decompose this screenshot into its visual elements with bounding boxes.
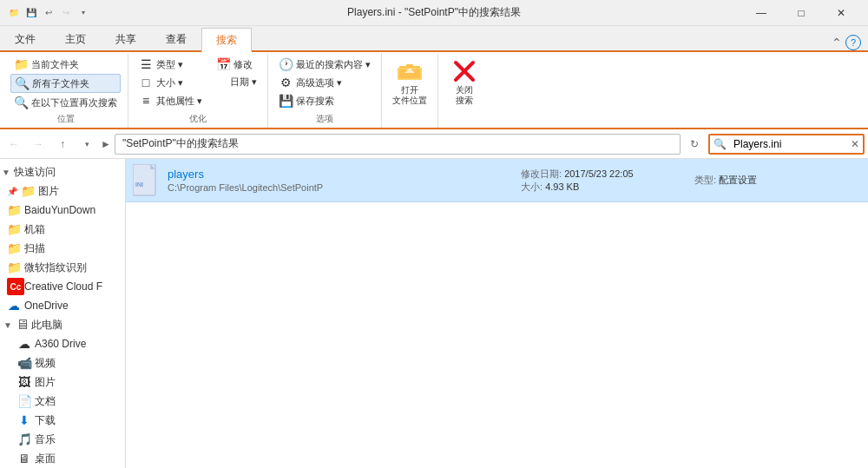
minimize-button[interactable]: — — [741, 0, 781, 26]
sidebar-item-pictures-label: 图片 — [38, 184, 59, 199]
type-button[interactable]: ☰ 类型 ▾ — [135, 56, 206, 73]
undo-icon: ↩ — [42, 6, 56, 20]
other-props-label: 其他属性 ▾ — [156, 95, 202, 108]
sidebar-item-docs[interactable]: 📄 文档 — [0, 392, 125, 411]
sidebar-item-video[interactable]: 📹 视频 — [0, 353, 125, 372]
redo-icon: ↪ — [59, 6, 73, 20]
close-search-button[interactable]: 关闭搜索 — [447, 56, 482, 108]
file-date-players: 修改日期: 2017/5/23 22:05 大小: 4.93 KB — [521, 168, 694, 194]
tab-home[interactable]: 主页 — [50, 28, 101, 50]
sidebar-item-pictures[interactable]: 📌 📁 图片 — [0, 181, 125, 201]
date-button[interactable]: 📅 修改 — [213, 56, 260, 73]
pin-icon: 📌 — [7, 187, 17, 196]
search-input[interactable] — [730, 138, 847, 150]
close-search-label: 关闭搜索 — [456, 85, 473, 106]
sidebar-item-fingerprint[interactable]: 📁 微软指纹识别 — [0, 258, 125, 277]
recent-search-icon: 🕐 — [279, 57, 293, 71]
ribbon-group-open: 打开文件位置 — [382, 54, 438, 128]
sidebar-item-onedrive[interactable]: ☁ OneDrive — [0, 296, 125, 315]
file-row-players[interactable]: INI players C:\Program Files\Logitech\Se… — [126, 159, 868, 202]
sidebar-quick-access-header[interactable]: ▼ 快速访问 — [0, 162, 125, 181]
music-icon: 🎵 — [17, 432, 31, 446]
forward-button[interactable]: → — [28, 134, 49, 155]
sidebar-item-chassis-label: 机箱 — [24, 222, 45, 237]
sidebar-item-creativecloud-label: Creative Cloud F — [24, 280, 102, 293]
close-button[interactable]: ✕ — [821, 0, 861, 26]
search-box[interactable]: 🔍 ✕ — [708, 134, 865, 155]
sidebar-item-video-label: 视频 — [35, 356, 56, 371]
sidebar-quick-access-label: 快速访问 — [14, 165, 56, 180]
current-folder-icon: 📁 — [14, 57, 28, 71]
ribbon-group-location-buttons: 📁 当前文件夹 🔍 所有子文件夹 🔍 在以下位置再次搜索 — [10, 56, 121, 111]
current-folder-button[interactable]: 📁 当前文件夹 — [10, 56, 121, 73]
close-search-icon — [450, 57, 478, 85]
sidebar-item-docs-label: 文档 — [35, 394, 56, 409]
address-text: "SetPointP"中的搜索结果 — [122, 136, 239, 151]
save-search-button[interactable]: 💾 保存搜索 — [275, 92, 374, 109]
ribbon-group-optimize-buttons: ☰ 类型 ▾ □ 大小 ▾ ≡ 其他属性 ▾ 📅 修改 日期 ▾ — [135, 56, 260, 111]
file-type-players: 类型: 配置设置 — [694, 174, 868, 187]
search-again-icon: 🔍 — [14, 96, 28, 109]
tab-file[interactable]: 文件 — [0, 28, 50, 50]
recent-search-label: 最近的搜索内容 ▾ — [296, 58, 371, 71]
ribbon-group-location: 📁 当前文件夹 🔍 所有子文件夹 🔍 在以下位置再次搜索 位置 — [3, 54, 128, 128]
ribbon-group-close: 关闭搜索 — [438, 54, 490, 128]
title-bar: 📁 💾 ↩ ↪ ▾ Players.ini - "SetPointP"中的搜索结… — [0, 0, 868, 26]
clear-search-icon[interactable]: ✕ — [847, 138, 863, 150]
address-path[interactable]: "SetPointP"中的搜索结果 — [115, 134, 681, 155]
a360-icon: ☁ — [17, 337, 31, 351]
ribbon-group-options-label: 选项 — [316, 113, 333, 128]
file-icon-players: INI — [126, 164, 168, 197]
refresh-button[interactable]: ↻ — [684, 134, 705, 155]
sidebar-item-scan[interactable]: 📁 扫描 — [0, 239, 125, 258]
sidebar-item-chassis[interactable]: 📁 机箱 — [0, 220, 125, 239]
back-button[interactable]: ← — [3, 134, 24, 155]
downloads-icon: ⬇ — [17, 413, 31, 427]
main-content: ▼ 快速访问 📌 📁 图片 📁 BaiduYunDown 📁 机箱 📁 扫描 📁… — [0, 159, 868, 468]
sidebar-item-baiduyun[interactable]: 📁 BaiduYunDown — [0, 201, 125, 220]
size-button[interactable]: □ 大小 ▾ — [135, 74, 206, 91]
recent-search-button[interactable]: 🕐 最近的搜索内容 ▾ — [275, 56, 374, 73]
file-type-meta: 类型: 配置设置 — [694, 174, 868, 187]
sidebar-item-downloads-label: 下载 — [35, 413, 56, 428]
sidebar-item-desktop-label: 桌面 — [35, 452, 56, 466]
open-location-button[interactable]: 打开文件位置 — [389, 56, 431, 108]
thispc-icon: 🖥 — [16, 317, 30, 333]
folder-icon-3: 📁 — [7, 222, 21, 236]
video-icon: 📹 — [17, 356, 31, 370]
ribbon-group-optimize: ☰ 类型 ▾ □ 大小 ▾ ≡ 其他属性 ▾ 📅 修改 日期 ▾ — [128, 54, 268, 128]
maximize-button[interactable]: □ — [781, 0, 821, 26]
save-icon: 💾 — [24, 6, 38, 20]
date-button2[interactable]: 日期 ▾ — [213, 74, 260, 90]
tab-share[interactable]: 共享 — [101, 28, 151, 50]
all-subfolders-button[interactable]: 🔍 所有子文件夹 — [10, 74, 121, 93]
sidebar-thispc-header[interactable]: ▼ 🖥 此电脑 — [0, 315, 125, 334]
help-icon[interactable]: ? — [845, 35, 861, 50]
ribbon-group-options: 🕐 最近的搜索内容 ▾ ⚙ 高级选项 ▾ 💾 保存搜索 选项 — [268, 54, 382, 128]
window-controls: — □ ✕ — [741, 0, 861, 26]
sidebar-item-a360[interactable]: ☁ A360 Drive — [0, 334, 125, 353]
tab-search[interactable]: 搜索 — [201, 28, 252, 52]
sidebar-item-pics-label: 图片 — [35, 375, 56, 390]
sidebar-item-creativecloud[interactable]: Cc Creative Cloud F — [0, 277, 125, 296]
search-again-button[interactable]: 🔍 在以下位置再次搜索 — [10, 94, 121, 111]
folder-icon-4: 📁 — [7, 241, 21, 255]
sidebar-item-music[interactable]: 🎵 音乐 — [0, 430, 125, 449]
other-props-button[interactable]: ≡ 其他属性 ▾ — [135, 92, 206, 109]
sidebar-item-desktop[interactable]: 🖥 桌面 — [0, 449, 125, 468]
sidebar-item-downloads[interactable]: ⬇ 下载 — [0, 411, 125, 430]
up-button[interactable]: ↑ — [52, 134, 73, 155]
type-label: 类型 ▾ — [156, 58, 183, 71]
dropdown-icon[interactable]: ▾ — [76, 6, 90, 20]
date-label: 修改 — [233, 58, 253, 71]
ribbon-collapse-icon[interactable]: ⌃ — [832, 36, 842, 49]
sidebar-item-pics[interactable]: 🖼 图片 — [0, 372, 125, 392]
sidebar-item-scan-label: 扫描 — [24, 241, 45, 256]
all-subfolders-label: 所有子文件夹 — [32, 77, 89, 90]
title-bar-icons: 📁 💾 ↩ ↪ ▾ — [7, 6, 90, 20]
file-name-players: players — [168, 168, 521, 181]
tab-view[interactable]: 查看 — [151, 28, 201, 50]
recent-button[interactable]: ▾ — [76, 134, 97, 155]
advanced-options-button[interactable]: ⚙ 高级选项 ▾ — [275, 74, 374, 91]
date-label2: 日期 ▾ — [230, 76, 257, 89]
